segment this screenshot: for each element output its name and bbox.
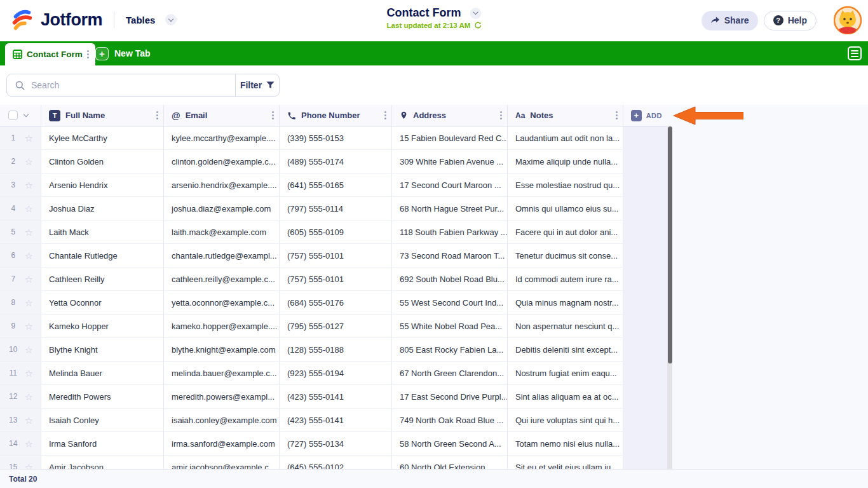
cell-email[interactable]: kylee.mccarthy@example.... <box>164 126 280 149</box>
cell-full-name[interactable]: Kameko Hopper <box>41 315 164 337</box>
cell-email[interactable]: yetta.oconnor@example.c... <box>164 291 280 314</box>
cell-notes[interactable]: Omnis qui ullamco eius su... <box>508 197 623 220</box>
cell-full-name[interactable]: Irma Sanford <box>41 432 164 455</box>
cell-full-name[interactable]: Melinda Bauer <box>41 362 164 384</box>
cell-full-name[interactable]: Amir Jacobson <box>41 456 164 469</box>
column-header-email[interactable]: @ Email <box>164 105 280 126</box>
cell-address[interactable]: 58 North Green Second A... <box>392 432 508 455</box>
cell-full-name[interactable]: Yetta Oconnor <box>41 291 164 314</box>
tab-list-icon[interactable] <box>848 46 862 60</box>
table-row[interactable]: 3 ☆ Arsenio Hendrix arsenio.hendrix@exam… <box>0 173 667 197</box>
cell-notes[interactable]: Totam nemo nisi eius nulla... <box>508 432 623 455</box>
column-menu-kebab-icon[interactable] <box>272 114 274 116</box>
cell-full-name[interactable]: Blythe Knight <box>41 338 164 361</box>
cell-phone[interactable]: (727) 555-0134 <box>280 432 392 455</box>
cell-phone[interactable]: (605) 555-0109 <box>280 220 392 243</box>
star-icon[interactable]: ☆ <box>25 392 33 402</box>
star-icon[interactable]: ☆ <box>25 345 33 355</box>
logo-text[interactable]: Jotform <box>41 10 102 30</box>
cell-full-name[interactable]: Isaiah Conley <box>41 409 164 431</box>
cell-address[interactable]: 309 White Fabien Avenue ... <box>392 150 508 173</box>
star-icon[interactable]: ☆ <box>25 322 33 331</box>
star-icon[interactable]: ☆ <box>25 298 33 308</box>
cell-email[interactable]: blythe.knight@example.com <box>164 338 280 361</box>
cell-phone[interactable]: (645) 555-0102 <box>280 456 392 469</box>
cell-address[interactable]: 17 East Second Drive Purpl... <box>392 385 508 408</box>
star-icon[interactable]: ☆ <box>25 369 33 378</box>
cell-notes[interactable]: Id commodi autem irure ra... <box>508 268 623 290</box>
share-button[interactable]: Share <box>702 11 758 30</box>
cell-notes[interactable]: Facere qui in aut dolor ani... <box>508 220 623 243</box>
cell-phone[interactable]: (797) 555-0114 <box>280 197 392 220</box>
star-icon[interactable]: ☆ <box>25 439 33 449</box>
cell-address[interactable]: 118 South Fabien Parkway ... <box>392 220 508 243</box>
star-icon[interactable]: ☆ <box>25 204 33 214</box>
cell-notes[interactable]: Quia minus magnam nostr... <box>508 291 623 314</box>
jotform-logo-icon[interactable] <box>10 8 34 32</box>
new-tab-button[interactable]: + New Tab <box>95 41 151 65</box>
table-row[interactable]: 9 ☆ Kameko Hopper kameko.hopper@example.… <box>0 315 667 338</box>
table-row[interactable]: 5 ☆ Laith Mack laith.mack@example.com (6… <box>0 220 667 244</box>
cell-email[interactable]: meredith.powers@exampl... <box>164 385 280 408</box>
cell-email[interactable]: irma.sanford@example.com <box>164 432 280 455</box>
tab-contact-form[interactable]: Contact Form <box>5 43 95 65</box>
cell-phone[interactable]: (684) 555-0176 <box>280 291 392 314</box>
cell-notes[interactable]: Debitis deleniti sint except... <box>508 338 623 361</box>
cell-phone[interactable]: (423) 555-0141 <box>280 385 392 408</box>
cell-email[interactable]: cathleen.reilly@example.c... <box>164 268 280 290</box>
tab-menu-kebab-icon[interactable] <box>87 53 89 55</box>
cell-email[interactable]: laith.mack@example.com <box>164 220 280 243</box>
cell-address[interactable]: 68 North Hague Street Pur... <box>392 197 508 220</box>
star-icon[interactable]: ☆ <box>25 133 33 143</box>
cell-full-name[interactable]: Laith Mack <box>41 220 164 243</box>
table-row[interactable]: 8 ☆ Yetta Oconnor yetta.oconnor@example.… <box>0 291 667 315</box>
add-column-button[interactable]: + ADD <box>623 105 667 126</box>
cell-email[interactable]: kameko.hopper@example.... <box>164 315 280 337</box>
cell-full-name[interactable]: Kylee McCarthy <box>41 126 164 149</box>
cell-notes[interactable]: Esse molestiae nostrud qu... <box>508 173 623 196</box>
column-menu-kebab-icon[interactable] <box>500 114 502 116</box>
cell-address[interactable]: 749 North Oak Road Blue ... <box>392 409 508 431</box>
cell-email[interactable]: arsenio.hendrix@example.... <box>164 173 280 196</box>
chevron-down-icon[interactable] <box>470 8 482 19</box>
cell-phone[interactable]: (757) 555-0101 <box>280 244 392 267</box>
cell-phone[interactable]: (128) 555-0188 <box>280 338 392 361</box>
search-input[interactable] <box>31 80 235 90</box>
cell-address[interactable]: 55 White Nobel Road Pea... <box>392 315 508 337</box>
cell-notes[interactable]: Sint alias aliquam ea at oc... <box>508 385 623 408</box>
product-switcher[interactable]: Tables <box>126 15 155 25</box>
help-button[interactable]: ? Help <box>764 11 817 30</box>
cell-phone[interactable]: (923) 555-0194 <box>280 362 392 384</box>
cell-full-name[interactable]: Clinton Golden <box>41 150 164 173</box>
cell-email[interactable]: melinda.bauer@example.c... <box>164 362 280 384</box>
cell-address[interactable]: 73 Second Road Maroon T... <box>392 244 508 267</box>
cell-address[interactable]: 17 Second Court Maroon ... <box>392 173 508 196</box>
cell-full-name[interactable]: Meredith Powers <box>41 385 164 408</box>
star-icon[interactable]: ☆ <box>25 416 33 425</box>
cell-email[interactable]: amir.jacobson@example.c... <box>164 456 280 469</box>
cell-address[interactable]: 692 South Nobel Road Blu... <box>392 268 508 290</box>
refresh-icon[interactable] <box>473 22 481 29</box>
star-icon[interactable]: ☆ <box>25 251 33 261</box>
chevron-down-icon[interactable] <box>165 14 177 25</box>
cell-address[interactable]: 15 Fabien Boulevard Red C... <box>392 126 508 149</box>
cell-notes[interactable]: Laudantium aut odit non la... <box>508 126 623 149</box>
column-header-full-name[interactable]: T Full Name <box>41 105 164 126</box>
column-header-phone[interactable]: Phone Number <box>280 105 392 126</box>
cell-notes[interactable]: Maxime aliquip unde nulla... <box>508 150 623 173</box>
cell-notes[interactable]: Non aspernatur nesciunt q... <box>508 315 623 337</box>
cell-notes[interactable]: Qui iure voluptas sint qui h... <box>508 409 623 431</box>
cell-full-name[interactable]: Cathleen Reilly <box>41 268 164 290</box>
table-row[interactable]: 6 ☆ Chantale Rutledge chantale.rutledge@… <box>0 244 667 268</box>
table-row[interactable]: 11 ☆ Melinda Bauer melinda.bauer@example… <box>0 362 667 385</box>
filter-button[interactable]: Filter <box>235 74 279 96</box>
cell-email[interactable]: clinton.golden@example.c... <box>164 150 280 173</box>
cell-phone[interactable]: (757) 555-0101 <box>280 268 392 290</box>
table-row[interactable]: 13 ☆ Isaiah Conley isaiah.conley@example… <box>0 409 667 432</box>
cell-phone[interactable]: (423) 555-0141 <box>280 409 392 431</box>
cell-notes[interactable]: Nostrum fugiat enim eaqu... <box>508 362 623 384</box>
table-row[interactable]: 2 ☆ Clinton Golden clinton.golden@exampl… <box>0 150 667 173</box>
table-row[interactable]: 10 ☆ Blythe Knight blythe.knight@example… <box>0 338 667 362</box>
column-header-address[interactable]: Address <box>392 105 508 126</box>
avatar[interactable] <box>834 6 862 34</box>
